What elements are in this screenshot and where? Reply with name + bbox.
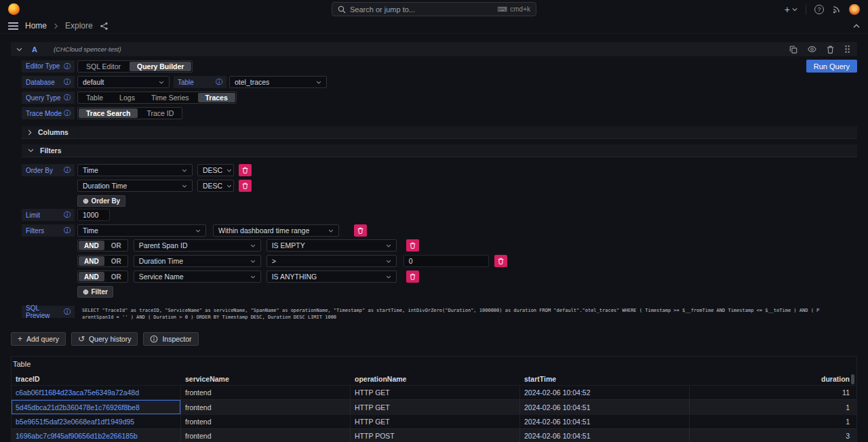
join-and[interactable]: AND <box>79 241 104 250</box>
remove-filter-button[interactable] <box>354 224 367 237</box>
service-name-cell: frontend <box>181 429 351 442</box>
remove-query-icon[interactable] <box>827 45 834 54</box>
trace-mode-trace-id[interactable]: Trace ID <box>139 108 181 118</box>
order-by-direction-select[interactable]: DESC <box>197 164 234 176</box>
filter-value-input[interactable]: 0 <box>403 255 489 267</box>
database-select[interactable]: default <box>77 76 170 88</box>
search-icon <box>338 5 346 14</box>
duplicate-query-icon[interactable] <box>789 45 797 54</box>
filter-field-select[interactable]: Parent Span ID <box>134 239 261 252</box>
filter-join-toggle: AND OR <box>77 239 128 252</box>
filter-operator-select[interactable]: Within dashboard time range <box>213 224 339 237</box>
drag-handle-icon[interactable] <box>844 45 850 54</box>
join-or[interactable]: OR <box>106 256 127 266</box>
help-icon[interactable]: ? <box>814 5 824 14</box>
trace-id-link[interactable]: 1696abc7c9f45af90656d1b2e266185b <box>16 432 138 440</box>
column-header-servicename[interactable]: serviceName <box>181 372 351 385</box>
trace-id-link[interactable]: c6ab06f11684d23aca75e6349a72a48d <box>16 388 139 397</box>
hide-response-icon[interactable] <box>808 45 816 53</box>
breadcrumb-bar: Home Explore <box>0 18 868 34</box>
editor-type-query-builder[interactable]: Query Builder <box>130 62 191 71</box>
table-panel-title: Table <box>12 357 856 372</box>
trace-mode-trace-search[interactable]: Trace Search <box>79 108 138 118</box>
filter-operator-select[interactable]: IS EMPTY <box>267 239 397 252</box>
info-icon[interactable]: ⓘ <box>64 212 71 218</box>
chevron-down-icon <box>386 260 391 263</box>
remove-filter-button[interactable] <box>406 239 419 252</box>
query-type-label: Query Type ⓘ <box>22 92 75 104</box>
remove-order-by-button[interactable] <box>239 180 252 192</box>
filter-field-select[interactable]: Time <box>77 224 206 237</box>
query-history-button[interactable]: ↺ Query history <box>71 332 138 346</box>
join-and[interactable]: AND <box>79 272 104 281</box>
add-filter-button[interactable]: ⊕ Filter <box>77 286 113 298</box>
share-icon[interactable] <box>100 22 108 31</box>
column-header-duration[interactable]: duration <box>690 372 856 385</box>
info-icon[interactable]: ⓘ <box>216 79 222 85</box>
filter-field-select[interactable]: Duration Time <box>134 255 261 267</box>
filter-operator-select[interactable]: > <box>267 255 397 267</box>
info-icon[interactable]: ⓘ <box>64 79 71 85</box>
query-type-time-series[interactable]: Time Series <box>144 93 197 102</box>
remove-order-by-button[interactable] <box>239 164 252 176</box>
filters-section-header[interactable]: Filters <box>22 144 857 157</box>
info-icon[interactable]: ⓘ <box>64 110 71 117</box>
news-icon[interactable] <box>832 5 841 14</box>
editor-type-label: Editor Type ⓘ <box>22 60 75 73</box>
remove-filter-button[interactable] <box>406 270 419 283</box>
filter-join-toggle: AND OR <box>77 270 128 283</box>
duration-cell: 1 <box>690 400 856 414</box>
query-type-traces[interactable]: Traces <box>198 93 235 102</box>
limit-input[interactable]: 1000 <box>77 209 110 221</box>
menu-toggle-icon[interactable] <box>8 22 18 30</box>
add-menu-button[interactable]: + <box>785 4 797 15</box>
order-by-field-select[interactable]: Duration Time <box>77 180 193 192</box>
breadcrumb-home[interactable]: Home <box>25 21 47 31</box>
info-icon[interactable]: ⓘ <box>64 167 71 174</box>
query-type-logs[interactable]: Logs <box>112 93 142 102</box>
column-header-starttime[interactable]: startTime <box>520 372 690 385</box>
inspector-button[interactable]: Inspector <box>143 332 198 346</box>
query-type-table[interactable]: Table <box>79 93 111 102</box>
columns-section-header[interactable]: Columns <box>22 126 857 139</box>
start-time-cell: 2024-02-06 10:04:51 <box>520 415 690 428</box>
join-or[interactable]: OR <box>106 272 127 281</box>
plus-icon: + <box>18 335 22 343</box>
query-ref-id[interactable]: A <box>32 45 37 54</box>
plus-icon: + <box>785 4 790 15</box>
add-order-by-button[interactable]: ⊕ Order By <box>77 195 125 207</box>
duration-cell: 3 <box>690 429 856 442</box>
editor-type-sql-editor[interactable]: SQL Editor <box>79 62 128 71</box>
chevron-right-icon <box>28 129 32 136</box>
order-by-direction-select[interactable]: DESC <box>197 180 234 192</box>
chevron-right-icon <box>54 23 58 29</box>
join-or[interactable]: OR <box>106 241 127 250</box>
filter-operator-select[interactable]: IS ANYTHING <box>267 270 397 283</box>
info-icon[interactable]: ⓘ <box>64 227 71 234</box>
info-icon[interactable]: ⓘ <box>64 308 71 315</box>
query-builder-body: Editor Type ⓘ SQL Editor Query Builder R… <box>11 56 857 321</box>
collapse-query-icon[interactable] <box>16 47 22 52</box>
trace-id-link[interactable]: b5e9651f5daf23e0668eaf1df1949d95 <box>16 418 134 426</box>
table-scrollbar[interactable] <box>851 374 854 384</box>
filter-field-select[interactable]: Service Name <box>134 270 261 283</box>
top-nav: Search or jump to... ⌨ cmd+k + ? <box>0 0 868 18</box>
join-and[interactable]: AND <box>79 256 104 266</box>
run-query-button[interactable]: Run Query <box>806 60 857 73</box>
chevron-down-icon <box>250 244 256 247</box>
table-select[interactable]: otel_traces <box>229 76 327 88</box>
column-header-traceid[interactable]: traceID <box>12 372 181 385</box>
info-icon[interactable]: ⓘ <box>64 94 71 101</box>
chevron-up-icon[interactable] <box>853 24 860 28</box>
column-header-operationname[interactable]: operationName <box>351 372 520 385</box>
grafana-logo-icon[interactable] <box>8 3 20 15</box>
order-by-field-select[interactable]: Time <box>77 164 193 176</box>
operation-name-cell: HTTP GET <box>351 415 520 428</box>
search-input[interactable]: Search or jump to... ⌨ cmd+k <box>332 2 536 16</box>
trace-id-link[interactable]: 5d45dbca21d2b360478e1c76926f8be8 <box>16 403 140 411</box>
sql-preview-label: SQL Preview ⓘ <box>22 306 75 318</box>
info-icon[interactable]: ⓘ <box>64 63 71 70</box>
avatar[interactable] <box>849 4 860 15</box>
add-query-button[interactable]: + Add query <box>11 332 66 346</box>
remove-filter-button[interactable] <box>494 255 507 267</box>
